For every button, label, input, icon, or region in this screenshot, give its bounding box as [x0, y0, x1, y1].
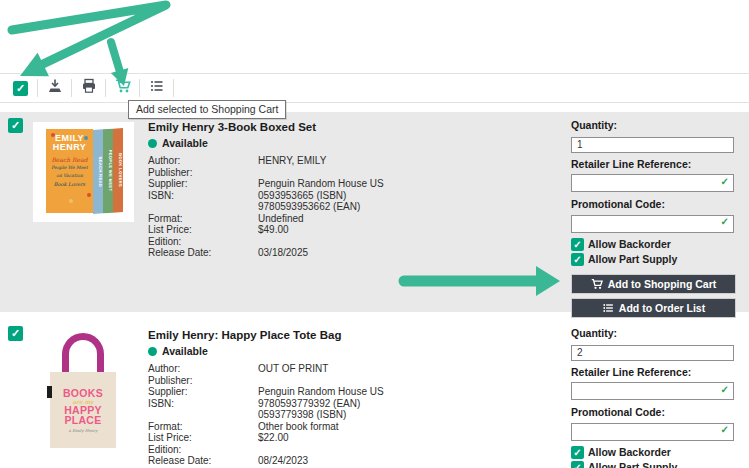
detail-value: OUT OF PRINT: [258, 363, 328, 375]
quantity-input[interactable]: [571, 345, 734, 361]
checkbox-checked-icon: ✓: [571, 461, 584, 468]
detail-label: ISBN:: [148, 190, 258, 213]
detail-label: List Price:: [148, 432, 258, 444]
print-icon: [81, 78, 97, 98]
detail-label: Release Date:: [148, 247, 258, 259]
shopping-cart-icon: [115, 78, 131, 98]
tote-bag-art: BOOKS are my HAPPY PLACE a Emily Henry: [50, 372, 116, 448]
detail-label: Format:: [148, 421, 258, 433]
product-cover-image[interactable]: EMILY HENRY Beach Read People We Meet on…: [33, 122, 134, 222]
decor-dots: [51, 133, 55, 137]
allow-part-supply-checkbox[interactable]: ✓ Allow Part Supply: [571, 461, 734, 468]
allow-part-supply-label: Allow Part Supply: [588, 461, 677, 468]
quantity-label: Quantity:: [571, 120, 734, 131]
product-row: ✓ EMILY HENRY Beach Read People We Meet …: [0, 112, 749, 312]
quantity-input[interactable]: [571, 137, 734, 153]
order-list-icon: [149, 78, 165, 98]
checkbox-checked-icon: ✓: [571, 253, 584, 266]
arrow-to-cart-tool: [111, 42, 120, 71]
detail-value: $49.00: [258, 224, 289, 236]
product-title: Emily Henry: Happy Place Tote Bag: [148, 329, 468, 342]
quantity-label: Quantity:: [571, 328, 734, 339]
detail-value: 08/24/2023: [258, 455, 308, 467]
product-details: Emily Henry: Happy Place Tote Bag Availa…: [148, 329, 468, 467]
availability-status: Available: [148, 345, 468, 357]
order-form: Quantity: Retailer Line Reference: ✓ Pro…: [571, 120, 734, 322]
product-details: Emily Henry 3-Book Boxed Set Available A…: [148, 121, 468, 259]
toolbar: ✓: [0, 73, 749, 103]
add-selected-to-order-list-button[interactable]: [140, 73, 173, 103]
promo-code-label: Promotional Code:: [571, 199, 734, 210]
download-button[interactable]: [38, 73, 71, 103]
detail-label: Publisher:: [148, 375, 258, 387]
promo-code-input[interactable]: [571, 423, 734, 441]
checkbox-checked-icon: ✓: [571, 446, 584, 459]
status-label: Available: [162, 137, 208, 149]
detail-value: 03/18/2025: [258, 247, 308, 259]
checkbox-checked-icon: ✓: [571, 238, 584, 251]
detail-value: $22.00: [258, 432, 289, 444]
detail-value: HENRY, EMILY: [258, 155, 326, 167]
boxed-set-art: EMILY HENRY Beach Read People We Meet on…: [46, 129, 123, 213]
toolbar-divider: [173, 79, 174, 97]
detail-label: Supplier:: [148, 386, 258, 398]
retailer-ref-label: Retailer Line Reference:: [571, 367, 734, 378]
arrow-to-select-all: [12, 5, 166, 64]
status-label: Available: [162, 345, 208, 357]
detail-label: Supplier:: [148, 178, 258, 190]
add-to-order-list-button[interactable]: Add to Order List: [571, 298, 736, 318]
detail-label: Edition:: [148, 236, 258, 248]
promo-code-input[interactable]: [571, 215, 734, 233]
detail-label: Author:: [148, 363, 258, 375]
order-form: Quantity: Retailer Line Reference: ✓ Pro…: [571, 328, 734, 468]
detail-label: Format:: [148, 213, 258, 225]
row-select-checkbox[interactable]: ✓: [8, 118, 23, 133]
allow-backorder-checkbox[interactable]: ✓ Allow Backorder: [571, 238, 734, 251]
status-dot-icon: [148, 139, 157, 148]
detail-label: ISBN:: [148, 398, 258, 421]
retailer-ref-input[interactable]: [571, 174, 734, 192]
add-selected-to-cart-button[interactable]: [106, 73, 139, 103]
promo-code-label: Promotional Code:: [571, 407, 734, 418]
retailer-ref-label: Retailer Line Reference:: [571, 159, 734, 170]
allow-backorder-label: Allow Backorder: [588, 238, 671, 250]
detail-label: Edition:: [148, 444, 258, 456]
add-to-shopping-cart-button[interactable]: Add to Shopping Cart: [571, 274, 736, 294]
product-cover-image[interactable]: BOOKS are my HAPPY PLACE a Emily Henry: [33, 328, 134, 463]
row-select-checkbox[interactable]: ✓: [8, 326, 23, 341]
detail-value: Penguin Random House US: [258, 386, 384, 398]
detail-label: Release Date:: [148, 455, 258, 467]
availability-status: Available: [148, 137, 468, 149]
detail-value: Undefined: [258, 213, 304, 225]
download-icon: [47, 78, 63, 98]
order-list-icon: [602, 302, 614, 314]
detail-label: List Price:: [148, 224, 258, 236]
detail-value: Other book format: [258, 421, 339, 433]
shopping-cart-icon: [591, 278, 603, 290]
detail-value: 0593953665 (ISBN)9780593953662 (EAN): [258, 190, 360, 213]
order-page: ✓ Add selected to Shopping Ca: [0, 0, 749, 468]
detail-value: 9780593779392 (EAN)0593779398 (ISBN): [258, 398, 360, 421]
print-button[interactable]: [72, 73, 105, 103]
status-dot-icon: [148, 347, 157, 356]
detail-label: Author:: [148, 155, 258, 167]
tooltip: Add selected to Shopping Cart: [128, 100, 286, 119]
select-all-checkbox[interactable]: ✓: [4, 73, 37, 103]
detail-value: Penguin Random House US: [258, 178, 384, 190]
detail-label: Publisher:: [148, 167, 258, 179]
allow-backorder-label: Allow Backorder: [588, 446, 671, 458]
checkbox-checked-icon: ✓: [13, 81, 28, 96]
product-title: Emily Henry 3-Book Boxed Set: [148, 121, 468, 134]
product-row: ✓ BOOKS are my HAPPY PLACE a Emily Henry…: [0, 320, 749, 468]
allow-part-supply-checkbox[interactable]: ✓ Allow Part Supply: [571, 253, 734, 266]
allow-part-supply-label: Allow Part Supply: [588, 253, 677, 265]
retailer-ref-input[interactable]: [571, 382, 734, 400]
allow-backorder-checkbox[interactable]: ✓ Allow Backorder: [571, 446, 734, 459]
